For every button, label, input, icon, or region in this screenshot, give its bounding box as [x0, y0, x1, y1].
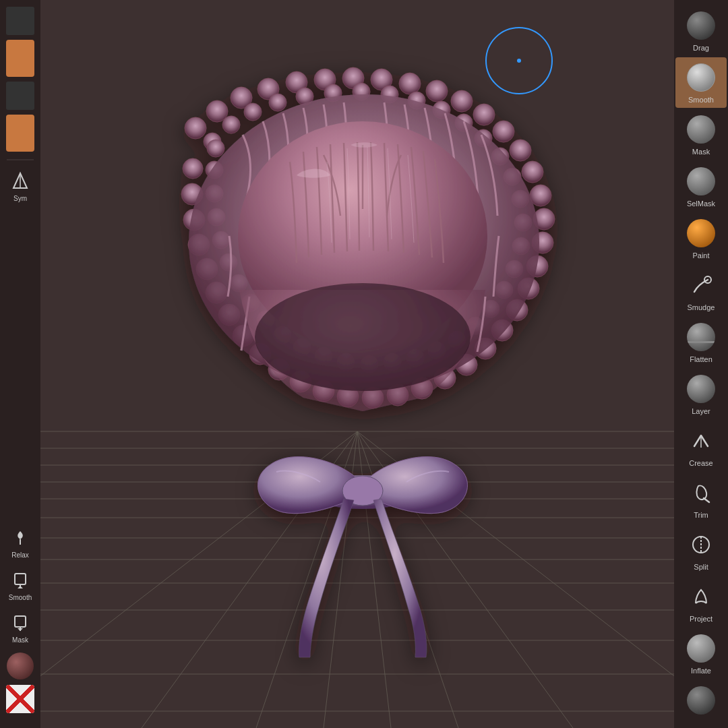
- primary-color-swatch[interactable]: [6, 40, 34, 77]
- svg-marker-7: [18, 628, 23, 631]
- project-tool[interactable]: Project: [675, 576, 727, 627]
- selmask-tool[interactable]: SelMask: [675, 161, 727, 212]
- inflate-icon-area: [685, 632, 717, 665]
- split-label: Split: [694, 563, 708, 571]
- sym-label: Sym: [13, 195, 27, 202]
- flatten-icon-area: [685, 321, 717, 353]
- brush-cursor: [485, 27, 553, 94]
- smudge-icon-area: [685, 269, 717, 301]
- trim-icon: [689, 481, 713, 505]
- flatten-tool[interactable]: Flatten: [675, 317, 727, 367]
- mask-icon: [8, 611, 32, 635]
- crease-icon-area: [685, 425, 717, 457]
- svg-line-117: [704, 498, 709, 502]
- flatten-label: Flatten: [690, 355, 712, 363]
- smooth-tool[interactable]: Smooth: [675, 57, 727, 108]
- extra-sphere-icon: [687, 686, 715, 715]
- smudge-label: Smudge: [688, 303, 715, 311]
- inflate-label: Inflate: [691, 667, 711, 675]
- relax-icon: [8, 526, 32, 550]
- brush-cursor-dot: [517, 59, 521, 63]
- drag-tool[interactable]: Drag: [675, 5, 727, 56]
- layer-sphere-icon: [687, 375, 715, 403]
- svg-point-112: [255, 283, 471, 391]
- mask-tool[interactable]: Mask: [675, 109, 727, 160]
- inflate-tool[interactable]: Inflate: [675, 628, 727, 679]
- canvas-area: [40, 0, 674, 728]
- crease-label: Crease: [689, 459, 712, 467]
- smooth-sphere-icon: [687, 63, 715, 92]
- extra-icon-area: [685, 684, 717, 717]
- selmask-label: SelMask: [687, 200, 715, 208]
- mask-label: Mask: [12, 636, 28, 644]
- smudge-tool[interactable]: Smudge: [675, 265, 727, 315]
- left-toolbar: Sym Relax Smooth Mask: [0, 0, 40, 728]
- flatten-sphere-icon: [687, 323, 715, 351]
- svg-point-72: [222, 116, 240, 133]
- paint-icon-area: [685, 217, 717, 249]
- selmask-sphere-icon: [687, 167, 715, 195]
- split-tool[interactable]: Split: [675, 524, 727, 575]
- smooth-label: Smooth: [688, 96, 714, 104]
- paint-label: Paint: [692, 251, 709, 260]
- project-icon-area: [685, 580, 717, 613]
- svg-rect-5: [15, 616, 26, 627]
- secondary-color-swatch[interactable]: [6, 115, 34, 152]
- split-icon-area: [685, 528, 717, 561]
- svg-rect-2: [15, 574, 26, 584]
- divider-1: [7, 159, 34, 160]
- svg-point-40: [451, 90, 473, 112]
- mask-tool[interactable]: Mask: [1, 607, 39, 647]
- mask-icon-area: [685, 113, 717, 146]
- smooth-label: Smooth: [9, 594, 32, 601]
- drag-icon-area: [685, 9, 717, 42]
- svg-point-42: [493, 121, 514, 142]
- right-toolbar: Drag Smooth Mask SelMask Paint: [674, 0, 728, 728]
- left-dark-block-mid: [6, 82, 34, 110]
- split-icon: [689, 533, 713, 557]
- project-icon: [689, 584, 713, 609]
- paint-sphere-icon: [687, 219, 715, 247]
- relax-tool[interactable]: Relax: [1, 522, 39, 562]
- red-x-swatch[interactable]: [6, 685, 34, 713]
- mask-label: Mask: [692, 148, 710, 156]
- paint-tool[interactable]: Paint: [675, 213, 727, 264]
- model-viewport: [40, 0, 674, 728]
- selmask-icon-area: [685, 165, 717, 198]
- smudge-icon: [689, 273, 713, 297]
- smooth-tool[interactable]: Smooth: [1, 565, 39, 605]
- drag-label: Drag: [693, 44, 709, 52]
- sym-tool[interactable]: Sym: [1, 166, 39, 206]
- material-sphere[interactable]: [7, 653, 34, 679]
- svg-point-44: [522, 161, 543, 183]
- svg-point-45: [530, 185, 551, 206]
- svg-point-30: [185, 117, 206, 139]
- svg-point-39: [426, 80, 448, 102]
- svg-marker-4: [18, 586, 23, 588]
- svg-point-41: [473, 104, 495, 125]
- extra-tool[interactable]: [675, 680, 727, 723]
- layer-tool[interactable]: Layer: [675, 369, 727, 419]
- svg-point-74: [269, 94, 286, 111]
- sym-icon: [8, 169, 32, 193]
- svg-point-109: [207, 140, 224, 157]
- drag-sphere-icon: [687, 11, 715, 40]
- smooth-icon: [8, 568, 32, 593]
- trim-label: Trim: [694, 511, 708, 519]
- trim-tool[interactable]: Trim: [675, 473, 727, 523]
- svg-point-70: [183, 158, 203, 179]
- svg-point-38: [399, 73, 421, 94]
- svg-point-43: [510, 140, 531, 161]
- crease-icon: [689, 429, 713, 453]
- inflate-sphere-icon: [687, 634, 715, 663]
- crease-tool[interactable]: Crease: [675, 421, 727, 471]
- trim-icon-area: [685, 477, 717, 509]
- mask-sphere-icon: [687, 115, 715, 144]
- relax-label: Relax: [11, 551, 29, 559]
- layer-icon-area: [685, 373, 717, 405]
- project-label: Project: [690, 615, 712, 623]
- layer-label: Layer: [692, 407, 710, 415]
- left-dark-block-top: [6, 7, 34, 35]
- smooth-icon-area: [685, 61, 717, 94]
- svg-point-73: [244, 103, 262, 121]
